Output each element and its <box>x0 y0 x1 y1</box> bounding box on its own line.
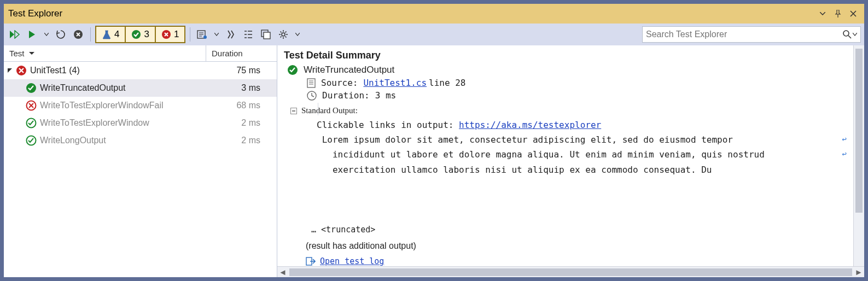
search-icon[interactable] <box>843 30 857 39</box>
search-input[interactable] <box>646 30 843 39</box>
count-passed-value: 3 <box>144 29 149 40</box>
collapse-icon[interactable] <box>290 108 297 114</box>
gear-icon <box>278 30 288 39</box>
detail-content: Test Detail Summary WriteTruncatedOutput… <box>277 45 853 266</box>
clock-icon <box>307 91 317 101</box>
separator <box>190 27 190 42</box>
count-failed[interactable]: 1 <box>156 27 184 42</box>
content-area: Test Duration UnitTest1 (4) 75 ms <box>4 45 864 277</box>
titlebar: Test Explorer <box>4 4 864 24</box>
open-log-row: Open test log <box>306 256 851 266</box>
wrap-indicator-icon: ↩ <box>842 133 847 146</box>
detail-panel: Test Detail Summary WriteTruncatedOutput… <box>277 45 864 277</box>
window-title: Test Explorer <box>8 8 814 19</box>
search-box[interactable] <box>642 26 861 43</box>
scroll-left-icon[interactable]: ◄ <box>277 267 288 278</box>
run-button[interactable] <box>25 26 40 43</box>
svg-rect-6 <box>264 32 270 39</box>
run-dropdown-icon[interactable] <box>42 26 51 43</box>
additional-output-label: (result has additional output) <box>306 241 851 251</box>
stdout-section: Standard Output: <box>306 106 851 115</box>
output-link[interactable]: https://aka.ms/testexplorer <box>459 120 601 130</box>
settings-dropdown-icon[interactable] <box>293 26 302 43</box>
test-row[interactable]: WriteToTestExplorerWindow 2 ms <box>4 114 277 132</box>
expander-icon[interactable] <box>7 68 13 73</box>
test-row[interactable]: WriteToTestExplorerWindowFail 68 ms <box>4 97 277 114</box>
document-icon <box>307 78 316 88</box>
pass-icon <box>131 30 141 39</box>
pin-icon[interactable] <box>831 7 844 20</box>
detail-heading: Test Detail Summary <box>284 50 851 61</box>
pass-icon <box>26 83 37 93</box>
pass-icon <box>287 65 298 75</box>
separator <box>90 27 91 42</box>
detail-testname: WriteTruncatedOutput <box>304 65 394 75</box>
pass-outline-icon <box>26 135 37 146</box>
source-row: Source: UnitTest1.cs line 28 <box>307 78 851 88</box>
test-row[interactable]: WriteLongOutput 2 ms <box>4 132 277 149</box>
open-log-link[interactable]: Open test log <box>320 256 384 266</box>
scrollbar-thumb[interactable] <box>855 49 863 213</box>
svg-point-8 <box>843 31 849 36</box>
show-hierarchy-button[interactable] <box>258 26 273 43</box>
fail-icon <box>161 30 171 39</box>
detail-testname-row: WriteTruncatedOutput <box>287 65 851 75</box>
sort-icon <box>29 52 34 55</box>
test-counts: 4 3 1 <box>95 26 185 43</box>
test-row[interactable]: WriteTruncatedOutput 3 ms <box>4 79 277 97</box>
test-tree[interactable]: UnitTest1 (4) 75 ms WriteTruncatedOutput… <box>4 62 277 277</box>
count-failed-value: 1 <box>174 29 179 40</box>
playlist-dropdown-icon[interactable] <box>212 26 221 43</box>
duration-row: Duration: 3 ms <box>307 90 851 101</box>
run-after-build-button[interactable] <box>223 26 238 43</box>
playlist-button[interactable] <box>195 26 210 43</box>
count-total[interactable]: 4 <box>96 27 126 42</box>
window-dropdown-icon[interactable] <box>816 7 829 20</box>
vertical-scrollbar[interactable] <box>853 45 864 266</box>
column-test[interactable]: Test <box>4 45 206 61</box>
column-header: Test Duration <box>4 45 277 62</box>
column-duration[interactable]: Duration <box>206 49 277 58</box>
scrollbar-thumb[interactable] <box>289 268 852 276</box>
horizontal-scrollbar[interactable]: ◄ ► <box>277 266 864 277</box>
pass-outline-icon <box>26 118 37 128</box>
run-failed-button[interactable] <box>71 26 86 43</box>
repeat-last-run-button[interactable] <box>53 26 68 43</box>
group-by-button[interactable] <box>241 26 256 43</box>
stdout-body: Clickable links in output: https://aka.m… <box>317 118 851 221</box>
open-log-icon <box>306 257 316 266</box>
truncated-label: … <truncated> <box>311 225 851 235</box>
test-explorer-window: Test Explorer 4 <box>3 3 865 278</box>
count-total-value: 4 <box>114 29 119 40</box>
flask-icon <box>102 30 112 39</box>
settings-button[interactable] <box>276 26 291 43</box>
svg-point-7 <box>282 33 285 36</box>
close-icon[interactable] <box>847 7 860 20</box>
toolbar: 4 3 1 <box>4 24 864 45</box>
wrap-indicator-icon: ↩ <box>842 148 847 161</box>
scroll-right-icon[interactable]: ► <box>853 267 864 278</box>
svg-point-1 <box>132 30 141 39</box>
fail-outline-icon <box>26 100 37 111</box>
test-list-panel: Test Duration UnitTest1 (4) 75 ms <box>4 45 277 277</box>
fail-icon <box>16 65 27 76</box>
source-link[interactable]: UnitTest1.cs <box>363 78 427 88</box>
count-passed[interactable]: 3 <box>126 27 155 42</box>
test-group-row[interactable]: UnitTest1 (4) 75 ms <box>4 62 277 79</box>
run-all-button[interactable] <box>7 26 22 43</box>
svg-rect-15 <box>307 79 315 87</box>
svg-point-4 <box>203 36 207 39</box>
